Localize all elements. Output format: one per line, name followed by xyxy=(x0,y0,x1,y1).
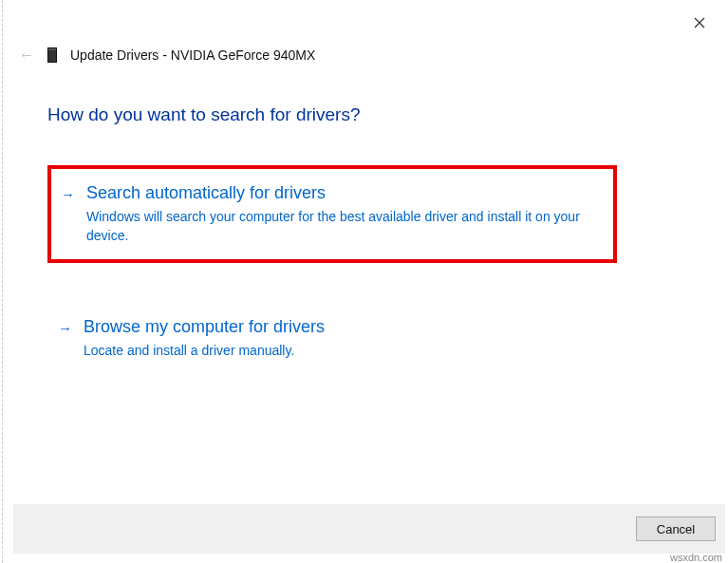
cancel-button[interactable]: Cancel xyxy=(636,516,716,541)
option-search-automatically[interactable]: → Search automatically for drivers Windo… xyxy=(47,165,617,263)
arrow-right-icon: → xyxy=(58,320,72,336)
option-title: Browse my computer for drivers xyxy=(84,316,601,338)
device-icon xyxy=(47,47,57,63)
option-description: Locate and install a driver manually. xyxy=(84,342,601,361)
option-title: Search automatically for drivers xyxy=(86,182,598,204)
window-edge xyxy=(2,0,3,563)
arrow-right-icon: → xyxy=(61,186,75,202)
option-browse-computer[interactable]: → Browse my computer for drivers Locate … xyxy=(47,302,617,375)
back-arrow-icon: ← xyxy=(19,47,34,63)
close-icon xyxy=(694,17,705,28)
dialog-footer: Cancel xyxy=(13,504,725,554)
watermark: wsxdn.com xyxy=(670,552,722,563)
option-description: Windows will search your computer for th… xyxy=(86,208,598,245)
close-button[interactable] xyxy=(690,13,709,32)
dialog-title: Update Drivers - NVIDIA GeForce 940MX xyxy=(70,47,315,63)
dialog-header: ← Update Drivers - NVIDIA GeForce 940MX xyxy=(19,47,315,63)
main-question: How do you want to search for drivers? xyxy=(47,104,361,125)
